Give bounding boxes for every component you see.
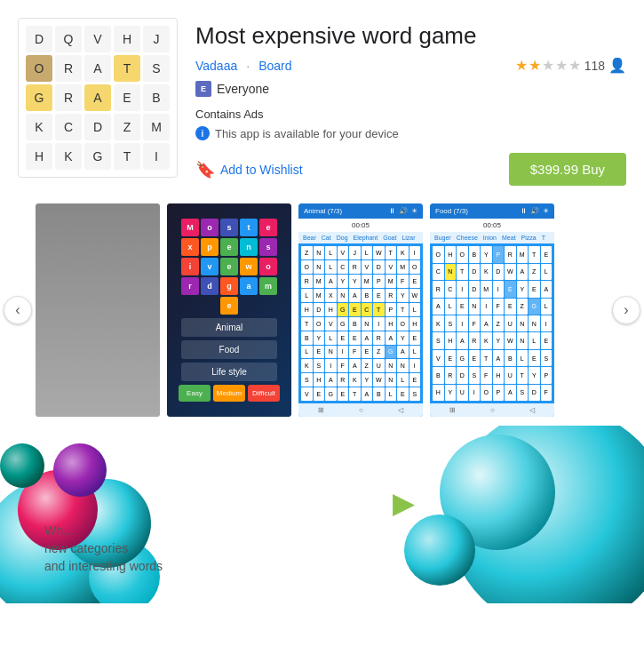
grid-cell: R bbox=[55, 55, 82, 82]
star-rating: ★ ★ ★ ★ ★ bbox=[515, 57, 581, 74]
ws-cell: N bbox=[397, 359, 409, 372]
ws-cell: Y bbox=[445, 385, 457, 401]
ws-cell: L bbox=[325, 246, 337, 259]
ws-cell: L bbox=[409, 346, 421, 359]
difficulty-difficult: Difficult bbox=[248, 385, 280, 402]
ws-cell: N bbox=[469, 299, 481, 315]
star-4: ★ bbox=[555, 57, 568, 74]
screenshot-1[interactable]: M o s t e x p e n s i v e w o r d bbox=[167, 203, 291, 417]
ws-cell: E bbox=[541, 246, 553, 262]
bottom-text: Wh... new categories and interesting wor… bbox=[44, 523, 163, 577]
ws-cell: E bbox=[338, 387, 349, 401]
ws-cell: K bbox=[433, 315, 444, 331]
nav-bar-2: ⊞ ○ ◁ bbox=[298, 403, 423, 417]
ws-cell: B bbox=[469, 246, 481, 262]
ws-cell: D bbox=[493, 264, 505, 280]
word-cat: Cat bbox=[322, 235, 331, 241]
ws-cell: D bbox=[314, 303, 325, 316]
ws-cell: Y bbox=[493, 332, 505, 348]
app-icon: D Q V H J O R A T S G R A E B K C D Z M … bbox=[18, 18, 178, 178]
word-dog: Dog bbox=[337, 235, 348, 241]
ws-cell: D bbox=[457, 367, 468, 383]
ws-cell: M bbox=[314, 289, 325, 302]
ws-cell: V bbox=[301, 387, 313, 401]
nav-arrow-right[interactable]: › bbox=[612, 296, 640, 324]
ws-cell: S bbox=[541, 350, 553, 366]
ws-cell: W bbox=[373, 246, 385, 259]
ws-cell: I bbox=[409, 359, 421, 372]
nav-arrow-left[interactable]: ‹ bbox=[4, 296, 32, 324]
ws-cell: T bbox=[481, 350, 492, 366]
ws-cell: T bbox=[457, 264, 468, 280]
ws-cell: T bbox=[386, 246, 397, 259]
ws-cell: L bbox=[325, 331, 337, 345]
screenshots-section: ‹ M o s t e x p e n bbox=[0, 195, 644, 426]
action-row: 🔖 Add to Wishlist $399.99 Buy bbox=[195, 153, 626, 186]
ws-cell: H bbox=[445, 246, 457, 262]
ws-cell: N bbox=[386, 373, 397, 387]
ws-cell: O bbox=[301, 260, 313, 274]
ws-cell: T bbox=[373, 303, 385, 316]
ws-cell: A bbox=[349, 289, 361, 302]
ws-cell: L bbox=[529, 332, 540, 348]
rating-section: ★ ★ ★ ★ ★ 118 👤 bbox=[515, 57, 626, 74]
screenshot-2[interactable]: Animal (7/3) ⏸ 🔊 ☀ 00:05 Bear Cat Dog El… bbox=[298, 203, 423, 417]
ws-cell: O bbox=[397, 317, 409, 331]
ws-cell: E bbox=[505, 281, 516, 297]
ws-cell: S bbox=[314, 359, 325, 372]
word-bear: Bear bbox=[303, 235, 316, 241]
ws-cell: P bbox=[373, 275, 385, 288]
ws-cell: L bbox=[409, 303, 421, 316]
ws-cell: L bbox=[325, 260, 337, 274]
pause-icon: ⏸ bbox=[388, 207, 395, 215]
grid-cell: D bbox=[26, 26, 52, 52]
developer-link[interactable]: Vadaaa bbox=[195, 59, 237, 73]
ws-cell: N bbox=[386, 359, 397, 372]
ws-cell: K bbox=[349, 373, 361, 387]
ws-cell: E bbox=[409, 275, 421, 288]
ws-cell: I bbox=[493, 281, 505, 297]
app-meta: Vadaaa · Board ★ ★ ★ ★ ★ 118 👤 bbox=[195, 57, 626, 74]
ws-cell: A bbox=[325, 373, 337, 387]
screenshot-3[interactable]: Food (7/3) ⏸ 🔊 ☀ 00:05 Buger Cheese Inio… bbox=[430, 203, 554, 417]
ws-cell: N bbox=[338, 289, 349, 302]
ws-cell: R bbox=[338, 373, 349, 387]
app-title: Most expensive word game bbox=[195, 22, 626, 50]
category-link[interactable]: Board bbox=[258, 59, 291, 73]
ws-cell: O bbox=[481, 385, 492, 401]
word-meat: Meat bbox=[502, 235, 516, 241]
star-2: ★ bbox=[529, 57, 541, 74]
ws-cell: M bbox=[386, 275, 397, 288]
ws-cell: B bbox=[362, 289, 373, 302]
ws-cell: N bbox=[529, 315, 540, 331]
grid-cell: T bbox=[114, 55, 140, 82]
grid-cell: K bbox=[55, 143, 82, 170]
ws-cell: Z bbox=[301, 246, 313, 259]
ws-cell: E bbox=[469, 350, 481, 366]
ws-cell: K bbox=[301, 359, 313, 372]
screen2-controls: ⏸ 🔊 ☀ bbox=[388, 207, 417, 215]
ws-cell: L bbox=[517, 350, 529, 366]
ws-cell: O bbox=[314, 317, 325, 331]
ws-cell: U bbox=[373, 359, 385, 372]
ws-cell: A bbox=[457, 332, 468, 348]
ws-cell: E bbox=[314, 387, 325, 401]
screen3-content: Food (7/3) ⏸ 🔊 ☀ 00:05 Buger Cheese Inio… bbox=[430, 203, 554, 417]
word-pizza: Pizza bbox=[521, 235, 537, 241]
ws-cell: J bbox=[349, 246, 361, 259]
buy-button[interactable]: $399.99 Buy bbox=[509, 153, 626, 186]
ws-cell: F bbox=[469, 315, 481, 331]
ws-cell: E bbox=[529, 350, 540, 366]
ws-cell: Y bbox=[349, 275, 361, 288]
ws-cell: S bbox=[301, 373, 313, 387]
ws-cell: L bbox=[301, 346, 313, 359]
screen2-title: Animal (7/3) bbox=[304, 207, 342, 215]
wishlist-button[interactable]: 🔖 Add to Wishlist bbox=[195, 160, 303, 179]
timer-2: 00:05 bbox=[352, 221, 370, 229]
ws-cell: I bbox=[457, 281, 468, 297]
ws-cell: A bbox=[362, 331, 373, 345]
grid-cell: V bbox=[84, 26, 111, 52]
ws-cell: L bbox=[386, 387, 397, 401]
video-thumbnail[interactable] bbox=[36, 203, 160, 417]
ws-cell: B bbox=[505, 350, 516, 366]
